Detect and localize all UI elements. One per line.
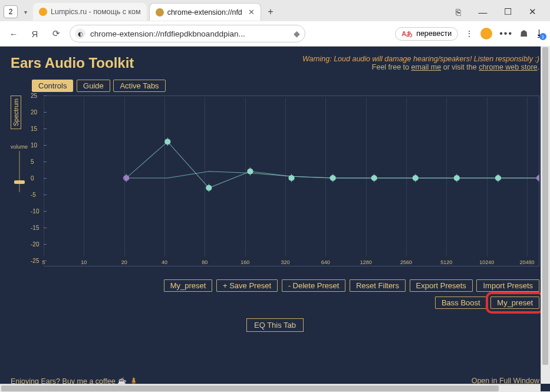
close-tab-icon[interactable]: ✕: [248, 8, 255, 17]
url-text: chrome-extension://nfdfiepdkbnoanddpian.…: [90, 29, 245, 38]
back-button[interactable]: ←: [6, 26, 21, 41]
y-tick-label: 20: [31, 109, 37, 116]
tab-count-chip[interactable]: 2: [4, 5, 18, 18]
tab-extension[interactable]: chrome-extension://nfd ✕: [149, 3, 261, 21]
favicon-extension: [156, 8, 164, 17]
y-tick-label: 15: [31, 126, 37, 132]
import-presets-button[interactable]: Import Presets: [476, 279, 539, 292]
eq-node[interactable]: [247, 169, 253, 174]
app-tabs: Controls Guide Active Tabs: [32, 80, 539, 92]
preset-name-field[interactable]: My_preset: [164, 279, 213, 292]
y-tick-label: -25: [31, 258, 39, 264]
eq-node[interactable]: [164, 139, 170, 144]
eq-plot[interactable]: [44, 95, 539, 261]
yandex-button[interactable]: Я: [27, 26, 42, 41]
chrome-store-link[interactable]: chrome web store: [479, 63, 537, 71]
y-tick-label: 25: [31, 93, 37, 99]
translate-a-icon: Aあ: [401, 29, 413, 38]
reload-button[interactable]: ⟳: [48, 26, 64, 41]
warning-line: Warning: Loud audio will damage hearing/…: [302, 55, 539, 63]
window-minimize[interactable]: —: [476, 7, 490, 17]
shield-icon[interactable]: ☗: [520, 28, 528, 39]
volume-track: [19, 151, 20, 192]
sidebar-toggle-icon[interactable]: ⎘: [451, 7, 465, 17]
volume-slider-thumb[interactable]: [14, 180, 25, 184]
volume-label: volume: [11, 144, 28, 150]
y-tick-label: 5: [31, 159, 34, 165]
app-content: Ears Audio Toolkit Warning: Loud audio w…: [0, 47, 550, 391]
y-tick-label: -10: [31, 208, 39, 215]
export-presets-button[interactable]: Export Presets: [410, 279, 473, 292]
eq-node[interactable]: [454, 175, 460, 181]
url-field[interactable]: ◐ chrome-extension://nfdfiepdkbnoanddpia…: [70, 25, 305, 42]
eq-node[interactable]: [536, 175, 539, 181]
reset-filters-button[interactable]: Reset Filters: [350, 279, 406, 292]
new-tab-button[interactable]: +: [264, 5, 278, 19]
tab-guide[interactable]: Guide: [77, 80, 110, 92]
preset-row: My_preset + Save Preset - Delete Preset …: [11, 279, 539, 292]
eq-node[interactable]: [495, 175, 501, 181]
eq-node[interactable]: [371, 175, 377, 181]
eq-node[interactable]: [206, 185, 212, 191]
tab-lumpics[interactable]: Lumpics.ru - помощь с ком: [33, 3, 147, 21]
tab-strip: 2 ▾ Lumpics.ru - помощь с ком chrome-ext…: [0, 0, 550, 21]
eq-node[interactable]: [413, 175, 419, 181]
chart-zone: Spectrum volume 2520151050-5-10-15-20-25…: [32, 95, 539, 272]
download-badge: 1: [539, 33, 546, 40]
extension-ears-icon[interactable]: [480, 28, 492, 39]
feel-free-mid: or visit the: [441, 63, 479, 71]
translate-chip[interactable]: Aあ перевести: [395, 27, 458, 41]
downloads-button[interactable]: ⭳ 1: [535, 28, 544, 39]
y-tick-label: -5: [31, 192, 36, 198]
horizontal-scrollbar[interactable]: [0, 384, 541, 392]
tab-active-tabs[interactable]: Active Tabs: [113, 80, 165, 92]
tab-dropdown-icon[interactable]: ▾: [20, 9, 31, 15]
y-tick-label: 10: [31, 142, 37, 149]
more-menu[interactable]: •••: [499, 28, 513, 39]
feel-free-prefix: Feel free to: [372, 63, 411, 71]
eq-node[interactable]: [330, 175, 335, 181]
site-identity-icon: ◐: [75, 28, 85, 39]
tab-controls[interactable]: Controls: [32, 80, 73, 92]
delete-preset-button[interactable]: - Delete Preset: [282, 279, 346, 292]
user-preset-button[interactable]: My_preset: [490, 297, 539, 309]
address-bar: ← Я ⟳ ◐ chrome-extension://nfdfiepdkbnoa…: [0, 21, 550, 46]
translate-label: перевести: [416, 29, 452, 38]
preset-row-2: Bass Boost My_preset: [11, 297, 539, 309]
feel-free-suffix: .: [538, 63, 539, 71]
tab-title: Lumpics.ru - помощь с ком: [51, 8, 141, 16]
warning-block: Warning: Loud audio will damage hearing/…: [302, 55, 539, 71]
favicon-lumpics: [39, 8, 47, 16]
bookmark-icon[interactable]: ◆: [294, 29, 300, 38]
eq-node[interactable]: [288, 175, 294, 181]
y-tick-label: -15: [31, 225, 39, 231]
eq-this-tab-button[interactable]: EQ This Tab: [246, 318, 304, 332]
vertical-scrollbar[interactable]: [541, 46, 550, 384]
y-tick-label: 0: [31, 175, 34, 182]
bass-boost-button[interactable]: Bass Boost: [435, 297, 487, 309]
email-me-link[interactable]: email me: [411, 63, 442, 71]
spectrum-toggle[interactable]: Spectrum: [11, 95, 21, 129]
window-maximize[interactable]: ☐: [500, 6, 515, 17]
y-tick-label: -20: [31, 241, 39, 248]
tab-title: chrome-extension://nfd: [167, 8, 242, 17]
page-actions-menu[interactable]: ⋮: [465, 29, 473, 38]
window-close[interactable]: ✕: [525, 6, 539, 17]
save-preset-button[interactable]: + Save Preset: [216, 279, 278, 292]
